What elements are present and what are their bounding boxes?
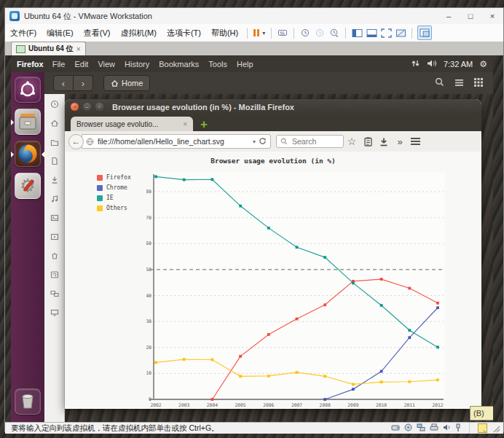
fullscreen-button[interactable] xyxy=(380,27,392,39)
firefox-menu-item[interactable]: Help xyxy=(237,60,253,69)
pictures-icon[interactable] xyxy=(50,214,59,222)
vm-tab-close-icon[interactable]: × xyxy=(76,45,81,53)
reload-icon[interactable] xyxy=(259,137,267,146)
printer-device-icon[interactable] xyxy=(430,423,438,433)
vm-tab-ubuntu[interactable]: Ubuntu 64 位 × xyxy=(11,42,86,55)
documents-icon[interactable] xyxy=(50,157,59,165)
home-icon[interactable] xyxy=(50,119,59,128)
videos-icon[interactable] xyxy=(50,232,59,241)
session-gear-icon[interactable]: ⚙ xyxy=(479,59,487,69)
svg-text:2002: 2002 xyxy=(150,402,161,407)
search-input[interactable] xyxy=(291,136,337,146)
legend-item: Others xyxy=(97,205,131,211)
ctrl-alt-del-button[interactable] xyxy=(277,27,288,39)
launcher-item-firefox[interactable] xyxy=(15,141,41,167)
more-tools-icon[interactable]: » xyxy=(392,136,408,147)
firefox-active-tab[interactable]: Browser usage evolutio... × xyxy=(71,117,193,131)
launcher-item-system-settings[interactable]: ⚙ xyxy=(15,173,41,199)
desktop-icon[interactable] xyxy=(50,138,59,146)
legend-swatch-icon xyxy=(97,206,103,211)
network-indicator-icon[interactable] xyxy=(411,59,420,69)
vmware-menu-item[interactable]: 文件(F) xyxy=(5,28,42,37)
grid-view-icon[interactable] xyxy=(474,77,483,90)
search-bar[interactable] xyxy=(276,135,344,148)
vmware-menu-item[interactable]: 选项卡(T) xyxy=(162,28,206,37)
device-icon[interactable] xyxy=(50,270,59,279)
close-icon[interactable]: × xyxy=(71,103,79,111)
svg-text:70: 70 xyxy=(146,215,151,221)
pause-icon xyxy=(257,29,259,36)
url-bar[interactable]: ▾ xyxy=(82,134,271,149)
firefox-menu-item[interactable]: View xyxy=(98,60,115,69)
files-sidebar xyxy=(44,94,65,422)
revert-snapshot-button[interactable] xyxy=(314,27,326,39)
vmware-tabbar: Ubuntu 64 位 × xyxy=(5,42,503,55)
firefox-global-menus: FileEditViewHistoryBookmarksToolsHelp xyxy=(52,60,263,69)
bookmark-star-icon[interactable]: ☆ xyxy=(344,136,360,147)
maximize-button[interactable]: □ xyxy=(460,8,481,24)
network-icon[interactable] xyxy=(50,289,59,298)
recent-icon[interactable] xyxy=(50,100,59,109)
url-input[interactable] xyxy=(98,137,249,146)
vmware-menu-item[interactable]: 虚拟机(M) xyxy=(115,28,162,37)
back-button[interactable]: ← xyxy=(68,134,84,149)
hard-disk-device-icon[interactable] xyxy=(391,423,400,433)
sound-device-icon[interactable] xyxy=(443,423,451,433)
launcher-item-files[interactable] xyxy=(15,109,41,135)
minimize-icon[interactable]: – xyxy=(83,103,91,111)
maximize-icon[interactable]: ▫ xyxy=(95,103,103,111)
show-library-button[interactable] xyxy=(351,27,363,39)
firefox-menu-item[interactable]: File xyxy=(52,60,66,69)
svg-text:2004: 2004 xyxy=(207,402,218,407)
downloads-icon[interactable] xyxy=(376,137,392,146)
close-button[interactable]: × xyxy=(481,8,503,24)
usb-device-icon[interactable] xyxy=(455,423,461,434)
new-tab-button[interactable]: + xyxy=(200,118,208,131)
vmware-menu-item[interactable]: 帮助(H) xyxy=(206,28,243,37)
firefox-menu-item[interactable]: Bookmarks xyxy=(159,60,199,69)
reading-list-icon[interactable] xyxy=(360,137,376,146)
resize-grip[interactable] xyxy=(492,424,500,433)
vmware-status-text: 要将输入定向到该虚拟机，请在虚拟机内部单击或按 Ctrl+G。 xyxy=(5,423,219,434)
legend-item: IE xyxy=(97,195,131,201)
firefox-menu-item[interactable]: History xyxy=(125,60,149,69)
tooltip: (B) xyxy=(470,406,493,421)
vmware-app-icon xyxy=(9,11,20,21)
pause-button[interactable]: ▾ xyxy=(251,29,267,36)
network-device-icon[interactable] xyxy=(417,423,425,433)
firefox-menu-item[interactable]: Edit xyxy=(74,60,88,69)
message-log-icon[interactable] xyxy=(478,423,487,433)
search-icon[interactable] xyxy=(435,77,444,90)
minimize-button[interactable]: – xyxy=(438,8,460,24)
back-button[interactable]: ‹ xyxy=(53,75,74,91)
sound-indicator-icon[interactable] xyxy=(427,59,437,69)
tab-close-icon[interactable]: × xyxy=(183,120,187,128)
clock-indicator[interactable]: 7:32 AM xyxy=(444,60,473,69)
take-snapshot-button[interactable] xyxy=(299,27,311,39)
firefox-menu-item[interactable]: Tools xyxy=(208,60,227,69)
console-view-button[interactable] xyxy=(417,26,432,40)
svg-text:2009: 2009 xyxy=(347,402,358,407)
show-thumbnail-bar-button[interactable] xyxy=(366,27,377,39)
list-view-icon[interactable] xyxy=(454,77,464,90)
vmware-menu-item[interactable]: 编辑(E) xyxy=(42,28,79,37)
cd-device-icon[interactable] xyxy=(404,423,412,433)
unity-mode-button[interactable] xyxy=(395,27,406,39)
forward-button[interactable]: › xyxy=(74,75,93,91)
trash-icon[interactable] xyxy=(50,251,59,260)
launcher-item-trash[interactable] xyxy=(15,388,41,415)
launcher-item-dash-home[interactable] xyxy=(15,77,41,103)
vmware-menu-item[interactable]: 查看(V) xyxy=(79,28,116,37)
chevron-down-icon[interactable]: ▾ xyxy=(262,30,265,36)
url-dropdown-caret-icon[interactable]: ▾ xyxy=(253,138,256,145)
manage-snapshots-button[interactable] xyxy=(328,27,340,39)
svg-text:2005: 2005 xyxy=(235,402,246,407)
downloads-icon[interactable] xyxy=(50,176,59,184)
computer-icon[interactable] xyxy=(50,308,59,317)
legend-item: Firefox xyxy=(97,174,131,181)
music-icon[interactable] xyxy=(50,195,59,203)
home-breadcrumb-button[interactable]: Home xyxy=(103,75,150,91)
globe-icon xyxy=(82,138,98,146)
firefox-content: Browser usage evolution (in %) FirefoxCh… xyxy=(65,152,481,409)
menu-hamburger-icon[interactable] xyxy=(411,138,420,145)
